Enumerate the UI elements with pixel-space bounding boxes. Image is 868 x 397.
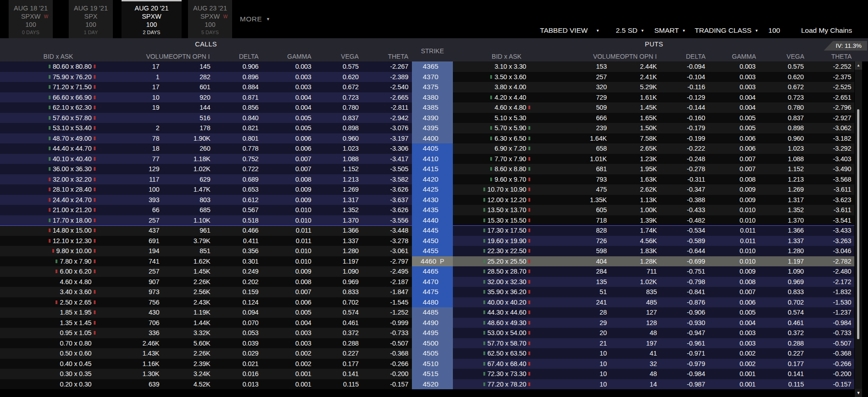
call-vega-cell[interactable]: 0.372 <box>311 328 359 338</box>
call-gamma-cell[interactable]: 0.006 <box>259 133 311 144</box>
call-vega-cell[interactable]: 1.269 <box>311 184 359 195</box>
put-gamma-cell[interactable]: 0.005 <box>705 307 756 318</box>
call-delta-cell[interactable]: 0.801 <box>210 133 259 144</box>
put-open-interest-cell[interactable]: 1.83K <box>607 246 657 256</box>
call-gamma-cell[interactable]: 0.008 <box>259 277 311 287</box>
call-open-interest-cell[interactable]: 4.52K <box>159 379 210 390</box>
call-bid-ask-cell[interactable]: 17.70 x 18.00 <box>0 215 96 226</box>
call-theta-cell[interactable]: -3.626 <box>359 205 408 215</box>
strike-cell[interactable]: 4375 <box>412 82 453 92</box>
strike-cell[interactable]: 4430 <box>412 195 453 205</box>
call-delta-cell[interactable]: 0.778 <box>210 143 259 154</box>
put-volume-cell[interactable]: 241 <box>530 297 607 308</box>
scrollbar-thumb[interactable] <box>857 109 859 339</box>
put-vega-cell[interactable]: 0.780 <box>756 102 804 113</box>
put-gamma-cell[interactable]: 0.001 <box>705 369 756 379</box>
put-volume-cell[interactable]: 475 <box>530 184 607 195</box>
call-bid-ask-cell[interactable]: 0.20 x 0.30 <box>0 379 96 390</box>
scroll-up-arrow-icon[interactable]: ▲ <box>855 61 862 70</box>
put-gamma-cell[interactable]: 0.006 <box>705 297 756 308</box>
put-bid-ask-cell[interactable]: 77.20 x 78.20 <box>453 379 530 390</box>
call-bid-ask-cell[interactable]: 66.60 x 66.90 <box>0 92 96 103</box>
call-gamma-cell[interactable]: 0.004 <box>259 318 311 328</box>
call-gamma-cell[interactable]: 0.003 <box>259 61 311 72</box>
put-bid-ask-cell[interactable]: 48.60 x 49.30 <box>453 318 530 328</box>
call-bid-ask-cell[interactable]: 3.40 x 3.60 <box>0 287 96 297</box>
put-open-interest-cell[interactable]: 1.74K <box>607 225 657 236</box>
put-volume-cell[interactable]: 729 <box>530 92 607 103</box>
call-bid-ask-cell[interactable]: 0.50 x 0.60 <box>0 348 96 359</box>
call-delta-cell[interactable]: 0.466 <box>210 225 259 236</box>
put-delta-cell[interactable]: -0.248 <box>657 154 705 164</box>
put-theta-cell[interactable]: -0.984 <box>804 318 851 328</box>
call-bid-ask-cell[interactable]: 14.80 x 15.00 <box>0 225 96 236</box>
call-theta-cell[interactable]: -2.665 <box>359 92 408 103</box>
put-open-interest-cell[interactable]: 48 <box>607 369 657 379</box>
call-delta-cell[interactable]: 0.301 <box>210 256 259 267</box>
call-volume-cell[interactable]: 17 <box>96 82 159 92</box>
call-theta-cell[interactable]: -1.847 <box>359 287 408 297</box>
call-gamma-cell[interactable]: 0.009 <box>259 266 311 277</box>
call-theta-cell[interactable]: -3.306 <box>359 143 408 154</box>
call-theta-cell[interactable]: -3.197 <box>359 133 408 144</box>
put-gamma-cell[interactable]: 0.008 <box>705 277 756 287</box>
put-gamma-cell[interactable]: 0.002 <box>705 348 756 359</box>
put-open-interest-cell[interactable]: 835 <box>607 287 657 297</box>
put-gamma-cell[interactable]: 0.009 <box>705 184 756 195</box>
call-open-interest-cell[interactable]: 1.44K <box>159 318 210 328</box>
call-bid-ask-cell[interactable]: 4.60 x 4.80 <box>0 277 96 287</box>
call-bid-ask-cell[interactable]: 6.00 x 6.20 <box>0 266 96 277</box>
put-delta-cell[interactable]: -0.930 <box>657 318 705 328</box>
call-open-interest-cell[interactable]: 1.18K <box>159 154 210 164</box>
put-bid-ask-cell[interactable]: 25.20 x 25.50 <box>453 256 530 267</box>
put-delta-cell[interactable]: -0.751 <box>657 266 705 277</box>
put-volume-cell[interactable]: 135 <box>530 277 607 287</box>
call-theta-cell[interactable]: -3.061 <box>359 246 408 256</box>
strike-cell[interactable]: 4515 <box>412 369 453 379</box>
put-theta-cell[interactable]: -2.172 <box>804 277 851 287</box>
put-bid-ask-cell[interactable]: 40.00 x 40.20 <box>453 297 530 308</box>
put-gamma-cell[interactable]: 0.003 <box>705 61 756 72</box>
call-volume-cell[interactable]: 2 <box>96 123 159 133</box>
call-open-interest-cell[interactable]: 1.19K <box>159 307 210 318</box>
call-gamma-cell[interactable]: 0.003 <box>259 72 311 82</box>
put-theta-cell[interactable]: -2.782 <box>804 256 851 267</box>
call-vega-cell[interactable]: 0.227 <box>311 348 359 359</box>
put-bid-ask-cell[interactable]: 32.00 x 32.30 <box>453 277 530 287</box>
call-delta-cell[interactable]: 0.016 <box>210 369 259 379</box>
col-header-bid-ask[interactable]: BID x ASK <box>0 53 96 60</box>
call-open-interest-cell[interactable]: 803 <box>159 195 210 205</box>
call-delta-cell[interactable]: 0.070 <box>210 318 259 328</box>
call-bid-ask-cell[interactable]: 21.00 x 21.20 <box>0 205 96 215</box>
call-theta-cell[interactable]: -3.637 <box>359 195 408 205</box>
call-gamma-cell[interactable]: 0.001 <box>259 379 311 390</box>
put-open-interest-cell[interactable]: 48 <box>607 328 657 338</box>
call-volume-cell[interactable]: 100 <box>96 184 159 195</box>
put-bid-ask-cell[interactable]: 72.30 x 73.30 <box>453 369 530 379</box>
put-delta-cell[interactable]: -0.116 <box>657 82 705 92</box>
put-delta-cell[interactable]: -0.984 <box>657 369 705 379</box>
put-delta-cell[interactable]: -0.987 <box>657 379 705 390</box>
call-open-interest-cell[interactable]: 629 <box>159 174 210 185</box>
call-delta-cell[interactable]: 0.653 <box>210 184 259 195</box>
call-bid-ask-cell[interactable]: 71.20 x 71.50 <box>0 82 96 92</box>
strike-cell[interactable]: 4395 <box>412 123 453 133</box>
put-bid-ask-cell[interactable]: 5.70 x 5.90 <box>453 123 530 133</box>
strike-cell[interactable]: 4390 <box>412 113 453 123</box>
put-volume-cell[interactable]: 666 <box>530 113 607 123</box>
col-header-theta[interactable]: THETA <box>359 53 408 60</box>
call-vega-cell[interactable]: 0.574 <box>311 307 359 318</box>
put-volume-cell[interactable]: 404 <box>530 256 607 267</box>
put-bid-ask-cell[interactable]: 10.70 x 10.90 <box>453 184 530 195</box>
put-delta-cell[interactable]: -0.876 <box>657 297 705 308</box>
put-vega-cell[interactable]: 1.370 <box>756 215 804 226</box>
put-open-interest-cell[interactable]: 1.95K <box>607 164 657 174</box>
call-bid-ask-cell[interactable]: 0.40 x 0.45 <box>0 359 96 369</box>
put-volume-cell[interactable]: 29 <box>530 318 607 328</box>
call-open-interest-cell[interactable]: 3.79K <box>159 236 210 246</box>
call-bid-ask-cell[interactable]: 40.10 x 40.40 <box>0 154 96 164</box>
put-vega-cell[interactable]: 1.269 <box>756 184 804 195</box>
put-gamma-cell[interactable]: 0.007 <box>705 154 756 164</box>
put-vega-cell[interactable]: 0.141 <box>756 369 804 379</box>
call-vega-cell[interactable]: 1.280 <box>311 246 359 256</box>
